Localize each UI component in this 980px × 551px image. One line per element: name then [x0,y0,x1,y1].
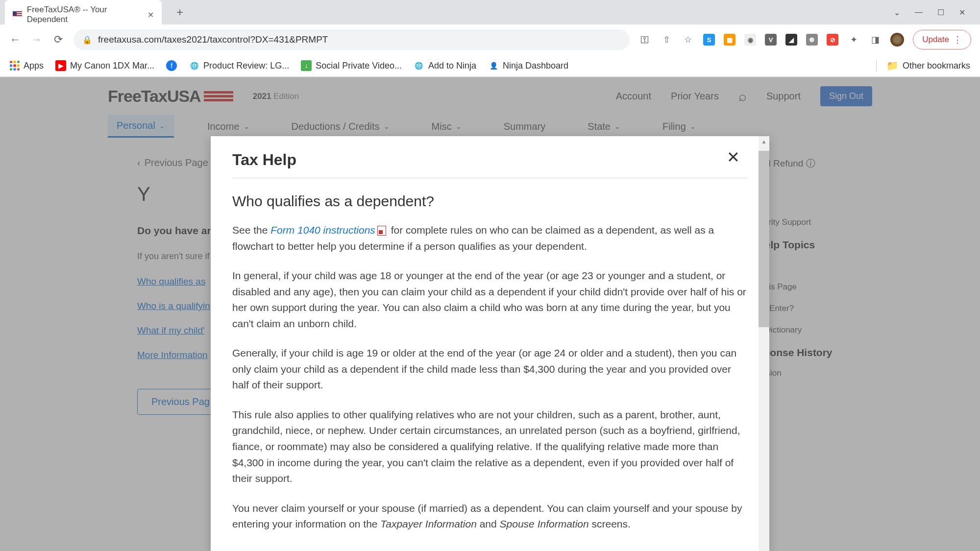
app-content: FreeTaxUSA 2021 Edition Account Prior Ye… [0,77,980,551]
pdf-icon [377,226,386,236]
modal-p2: In general, if your child was age 18 or … [232,268,748,332]
modal-scrollbar[interactable]: ▲ [759,136,769,551]
key-icon[interactable]: ⚿ [638,33,651,46]
sidepanel-icon[interactable]: ◨ [869,33,882,46]
folder-icon: 📁 [886,60,899,72]
address-bar: ← → ⟳ 🔒 freetaxusa.com/taxes2021/taxcont… [0,24,980,55]
menu-dots-icon: ⋮ [953,34,962,45]
bookmark-product[interactable]: 🌐 Product Review: LG... [189,60,289,71]
minimize-icon[interactable]: ― [915,8,923,17]
modal-overlay[interactable]: ▲ ✕ Tax Help Who qualifies as a dependen… [0,77,980,551]
ext-icon-3[interactable]: ◉ [744,34,756,46]
bookmarks-bar: Apps ▶ My Canon 1DX Mar... f 🌐 Product R… [0,55,980,77]
tab-favicon [13,11,22,18]
bookmark-facebook[interactable]: f [166,60,177,71]
other-bookmarks[interactable]: 📁 Other bookmarks [876,60,970,72]
update-button[interactable]: Update ⋮ [913,30,971,49]
modal-title: Tax Help [232,151,748,178]
form-1040-link[interactable]: Form 1040 instructions [270,224,375,236]
ext-icon-7[interactable]: ⊘ [827,34,838,46]
ext-icon-1[interactable]: S [703,34,715,46]
dropdown-icon[interactable]: ⌄ [894,8,900,17]
bookmark-canon[interactable]: ▶ My Canon 1DX Mar... [55,60,154,71]
browser-chrome: FreeTaxUSA® -- Your Dependent ✕ + ⌄ ― ☐ … [0,0,980,77]
bookmark-social[interactable]: ↓ Social Private Video... [301,60,402,71]
modal-heading: Who qualifies as a dependent? [232,193,748,210]
download-icon: ↓ [301,60,312,71]
facebook-icon: f [166,60,177,71]
bookmark-addninja[interactable]: 🌐 Add to Ninja [414,60,476,71]
close-icon[interactable]: ✕ [959,8,965,17]
star-icon[interactable]: ☆ [682,33,694,46]
ext-icon-4[interactable]: V [765,34,777,46]
modal-p1: See the Form 1040 instructions for compl… [232,222,748,254]
extensions-icon[interactable]: ✦ [847,33,860,46]
tab-title: FreeTaxUSA® -- Your Dependent [27,5,143,24]
apps-button[interactable]: Apps [10,61,44,71]
window-controls: ⌄ ― ☐ ✕ [894,8,975,17]
tax-help-modal: ▲ ✕ Tax Help Who qualifies as a dependen… [211,136,769,551]
url-text: freetaxusa.com/taxes2021/taxcontrol?DX=4… [98,34,328,45]
browser-tab[interactable]: FreeTaxUSA® -- Your Dependent ✕ [5,0,162,29]
scroll-up-icon[interactable]: ▲ [759,136,769,147]
modal-p4: This rule also applies to other qualifyi… [232,407,748,487]
avatar[interactable] [890,33,904,47]
modal-p3: Generally, if your child is age 19 or ol… [232,345,748,393]
tab-bar: FreeTaxUSA® -- Your Dependent ✕ + ⌄ ― ☐ … [0,0,980,24]
url-field[interactable]: 🔒 freetaxusa.com/taxes2021/taxcontrol?DX… [74,29,630,50]
apps-icon [10,61,20,71]
back-icon[interactable]: ← [9,33,22,46]
lock-icon: 🔒 [82,35,92,45]
modal-p5: You never claim yourself or your spouse … [232,501,748,532]
ext-icon-5[interactable]: ◢ [785,34,797,46]
new-tab-button[interactable]: + [172,3,188,22]
toolbar-icons: ⚿ ⇧ ☆ S ▦ ◉ V ◢ ☸ ⊘ ✦ ◨ Update ⋮ [638,30,971,49]
globe-icon: 🌐 [414,60,424,71]
share-icon[interactable]: ⇧ [660,33,673,46]
globe-icon: 🌐 [189,60,199,71]
forward-icon[interactable]: → [30,33,43,46]
reload-icon[interactable]: ⟳ [52,33,65,46]
ninja-icon: 👤 [488,60,499,71]
modal-body: See the Form 1040 instructions for compl… [232,222,748,532]
ext-icon-6[interactable]: ☸ [806,34,818,46]
ext-icon-2[interactable]: ▦ [724,34,735,46]
scroll-thumb[interactable] [759,151,769,327]
maximize-icon[interactable]: ☐ [937,8,944,17]
youtube-icon: ▶ [55,60,66,71]
bookmark-ninja[interactable]: 👤 Ninja Dashboard [488,60,568,71]
modal-close-icon[interactable]: ✕ [727,148,740,167]
tab-close-icon[interactable]: ✕ [147,10,154,20]
